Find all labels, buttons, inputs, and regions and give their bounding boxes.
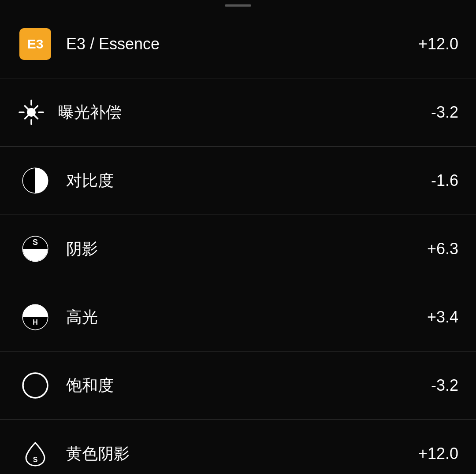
saturation-value: -3.2 bbox=[405, 376, 458, 395]
shadow-label: 阴影 bbox=[66, 238, 405, 260]
yellow-shadow-icon: S bbox=[18, 440, 53, 467]
shadow-value: +6.3 bbox=[405, 240, 458, 258]
saturation-label: 饱和度 bbox=[66, 375, 405, 396]
saturation-icon bbox=[18, 372, 53, 399]
highlight-value: +3.4 bbox=[405, 308, 458, 326]
top-bar bbox=[0, 0, 476, 10]
contrast-icon bbox=[18, 167, 53, 194]
sun-icon bbox=[18, 99, 45, 126]
exposure-label: 曝光补偿 bbox=[58, 102, 405, 123]
shadow-icon: S bbox=[18, 235, 53, 263]
e3-essence-value: +12.0 bbox=[405, 35, 458, 53]
svg-line-8 bbox=[25, 116, 28, 119]
highlight-label: 高光 bbox=[66, 307, 405, 328]
svg-text:S: S bbox=[33, 456, 38, 463]
yellow-shadow-label: 黄色阴影 bbox=[66, 443, 405, 465]
list-item-shadow[interactable]: S 阴影 +6.3 bbox=[0, 215, 476, 283]
list-item-highlight[interactable]: H 高光 +3.4 bbox=[0, 283, 476, 352]
e3-essence-label: E3 / Essence bbox=[66, 35, 405, 53]
svg-line-5 bbox=[35, 106, 38, 109]
list-item-contrast[interactable]: 对比度 -1.6 bbox=[0, 147, 476, 215]
highlight-icon: H bbox=[18, 304, 53, 331]
e3-badge-icon: E3 bbox=[18, 28, 53, 60]
svg-point-15 bbox=[23, 373, 48, 398]
contrast-value: -1.6 bbox=[405, 171, 458, 190]
list-item-saturation[interactable]: 饱和度 -3.2 bbox=[0, 352, 476, 420]
yellow-shadow-value: +12.0 bbox=[405, 444, 458, 463]
exposure-value: -3.2 bbox=[405, 103, 458, 122]
svg-line-7 bbox=[35, 116, 38, 119]
svg-line-6 bbox=[25, 106, 28, 109]
list-item-e3-essence[interactable]: E3 E3 / Essence +12.0 bbox=[0, 10, 476, 78]
scroll-indicator bbox=[225, 4, 251, 7]
contrast-label: 对比度 bbox=[66, 170, 405, 192]
list-item-yellow-shadow[interactable]: S 黄色阴影 +12.0 bbox=[0, 420, 476, 474]
list-item-exposure[interactable]: 曝光补偿 -3.2 bbox=[0, 78, 476, 147]
svg-text:H: H bbox=[33, 318, 38, 326]
e3-badge-text: E3 bbox=[27, 37, 44, 52]
svg-text:S: S bbox=[33, 238, 38, 247]
